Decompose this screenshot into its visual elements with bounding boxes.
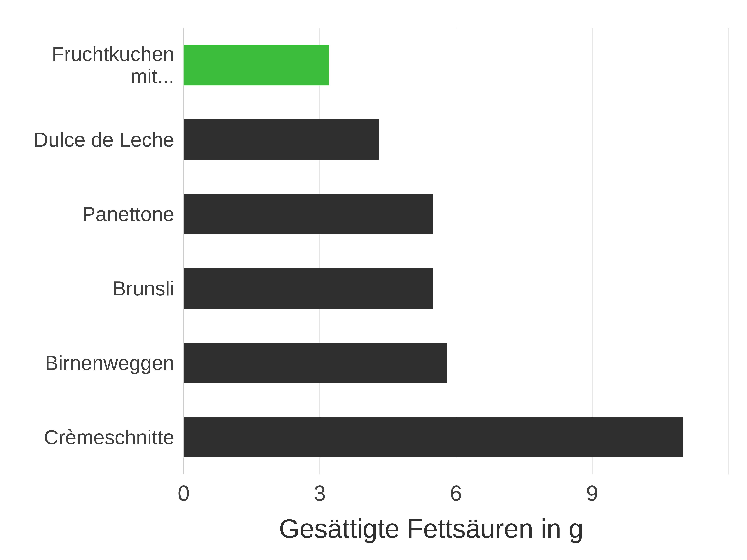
- y-tick-label: Fruchtkuchen mit...: [9, 43, 174, 87]
- y-tick-label: Birnenweggen: [9, 352, 174, 374]
- gridline: [592, 28, 593, 475]
- y-tick-label: Dulce de Leche: [9, 129, 174, 151]
- y-tick-label: Panettone: [9, 203, 174, 225]
- x-tick-label: 6: [450, 481, 462, 506]
- x-tick-label: 0: [178, 481, 190, 506]
- bar: [184, 417, 683, 457]
- bar: [184, 45, 329, 85]
- plot-area: [184, 28, 728, 475]
- bar: [184, 119, 379, 160]
- gridline: [728, 28, 729, 475]
- gridline: [319, 28, 320, 475]
- x-tick-label: 9: [586, 481, 598, 506]
- bar: [184, 194, 433, 234]
- bar: [184, 343, 447, 383]
- axis-baseline: [183, 28, 184, 475]
- bar-chart: Gesättigte Fettsäuren in g Fruchtkuchen …: [0, 0, 747, 560]
- bar: [184, 268, 433, 309]
- gridline: [456, 28, 457, 475]
- x-axis-label: Gesättigte Fettsäuren in g: [279, 513, 584, 544]
- y-tick-label: Brunsli: [9, 277, 174, 300]
- x-tick-label: 3: [314, 481, 326, 506]
- y-tick-label: Crèmeschnitte: [9, 426, 174, 448]
